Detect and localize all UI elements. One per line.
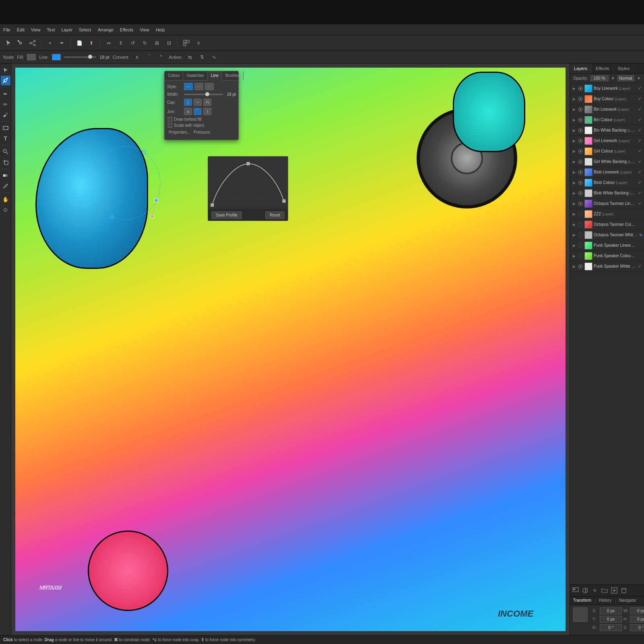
layer-punk-colour[interactable]: ▶ Punk Speaker Colour (La... ✓	[570, 251, 644, 261]
fill-swatch[interactable]	[27, 54, 36, 60]
node-tool[interactable]	[1, 76, 10, 85]
layer-expand-icon[interactable]: ▶	[572, 222, 576, 227]
width-slider[interactable]	[184, 94, 223, 95]
opacity-value[interactable]: 100 %	[590, 75, 609, 81]
convert-btn-2[interactable]: ⌒	[144, 53, 153, 62]
menu-arrange[interactable]: Arrange	[98, 27, 114, 32]
transform-tab[interactable]: Transform	[570, 597, 594, 605]
pressure-point-end[interactable]	[283, 200, 285, 202]
layer-visibility-icon[interactable]	[578, 180, 583, 186]
layer-check-icon[interactable]: ✓	[637, 201, 642, 206]
menu-view[interactable]: View	[31, 27, 41, 32]
join-round[interactable]: ⌒	[194, 108, 202, 115]
layer-boy-linework[interactable]: ▶ Boy Linework (Layer) ✓	[570, 83, 644, 94]
layer-octopus-colour[interactable]: ▶ Octopus Taxman Colour ✓	[570, 219, 644, 230]
layer-girl-white-backing[interactable]: ▶ Girl White Backing (Layer) ✓	[570, 157, 644, 167]
history-tab[interactable]: History	[596, 597, 615, 605]
toolbar-flip-h[interactable]: ⇔	[103, 38, 114, 48]
toolbar-place[interactable]: 📄	[74, 38, 85, 48]
move-tool[interactable]	[1, 65, 10, 75]
layer-visibility-icon[interactable]	[578, 232, 583, 238]
layer-girl-linework[interactable]: ▶ Girl Linework (Layer) ✓	[570, 136, 644, 146]
menu-select[interactable]: Select	[79, 27, 91, 32]
layer-check-icon[interactable]: ✓	[637, 107, 642, 112]
layer-visibility-icon[interactable]	[578, 243, 583, 248]
paint-brush-tool[interactable]: 🖌	[1, 110, 10, 120]
line-color-swatch[interactable]	[52, 54, 61, 60]
layer-visibility-icon[interactable]	[578, 107, 583, 112]
text-tool[interactable]: T	[1, 134, 10, 143]
layer-check-icon[interactable]: ✓	[637, 264, 642, 269]
layer-visibility-icon[interactable]	[578, 190, 583, 196]
pressure-point-start[interactable]	[211, 204, 214, 206]
join-bevel[interactable]: ⌇	[203, 108, 211, 115]
layer-expand-icon[interactable]: ▶	[572, 212, 576, 217]
hand-tool[interactable]: ✋	[1, 194, 10, 204]
layer-check-icon[interactable]: ✓	[637, 128, 642, 133]
r-input[interactable]	[600, 624, 622, 631]
layer-check-icon[interactable]: ✓	[637, 149, 642, 154]
layer-check-icon[interactable]: ✓	[637, 117, 642, 123]
layer-mask-button[interactable]	[581, 586, 589, 594]
draw-behind-fill-checkbox[interactable]	[168, 117, 172, 122]
layer-visibility-icon[interactable]	[578, 117, 583, 123]
toolbar-share[interactable]	[27, 38, 38, 48]
layer-girl-colour[interactable]: ▶ Girl Colour (Layer) ✓	[570, 146, 644, 157]
toolbar-align[interactable]: ≡	[193, 38, 204, 48]
rectangle-tool[interactable]	[1, 123, 10, 133]
toolbar-rotate-r[interactable]: ↻	[140, 38, 150, 48]
style-dashed[interactable]: - -	[194, 83, 203, 90]
layer-expand-icon[interactable]: ▶	[572, 149, 576, 154]
layer-check-icon[interactable]: ✓	[637, 96, 642, 102]
tab-brushes[interactable]: Brushes	[222, 71, 244, 80]
layer-bin-white-backing[interactable]: ▶ Bin White Backing (Layer) ✓	[570, 125, 644, 136]
layer-fx-button[interactable]: fx	[591, 586, 599, 594]
menu-file[interactable]: File	[3, 27, 10, 32]
pencil-tool[interactable]: ✏	[1, 99, 10, 109]
action-btn-2[interactable]: ⇅	[198, 53, 206, 62]
layer-expand-icon[interactable]: ▶	[572, 254, 576, 258]
layer-expand-icon[interactable]: ▶	[572, 97, 576, 101]
layer-visibility-icon[interactable]	[578, 96, 583, 102]
layer-expand-icon[interactable]: ▶	[572, 264, 576, 269]
menu-edit[interactable]: Edit	[17, 27, 25, 32]
x-input[interactable]	[600, 607, 622, 614]
tab-colour[interactable]: Colour	[165, 71, 183, 80]
tab-swatches[interactable]: Swatches	[183, 71, 207, 80]
scale-with-object-checkbox[interactable]	[168, 123, 172, 128]
layer-visibility-icon[interactable]	[578, 128, 583, 133]
s-input[interactable]	[630, 624, 644, 631]
layer-expand-icon[interactable]: ▶	[572, 86, 576, 91]
menu-help[interactable]: Help	[156, 27, 165, 32]
layer-check-icon[interactable]: ✓	[637, 169, 642, 175]
toolbar-flip-v[interactable]: ⇕	[116, 38, 126, 48]
layer-check-icon[interactable]: ✓	[637, 159, 642, 165]
toolbar-constraints[interactable]: ⌖	[45, 38, 55, 48]
menu-layer[interactable]: Layer	[62, 27, 73, 32]
layer-check-icon[interactable]: ✓	[637, 180, 642, 186]
tab-line[interactable]: Line	[208, 71, 222, 80]
crop-tool[interactable]	[1, 157, 10, 167]
layer-blob-colour[interactable]: ▶ Blob Colour (Layer) ✓	[570, 178, 644, 188]
layer-bin-linework[interactable]: ▶ Bin Linework (Layer) ✓	[570, 104, 644, 115]
layer-expand-icon[interactable]: ▶	[572, 191, 576, 196]
macro-tool[interactable]: ⊙	[1, 205, 10, 215]
layer-check-icon[interactable]: ✓	[637, 138, 642, 144]
layer-visibility-icon[interactable]	[578, 149, 583, 154]
action-btn-1[interactable]: ⇆	[186, 53, 194, 62]
blend-mode-select[interactable]: Normal	[617, 75, 635, 81]
layer-visibility-icon[interactable]	[578, 201, 583, 206]
layer-visibility-icon[interactable]	[578, 159, 583, 165]
style-dotted[interactable]: ···	[205, 83, 214, 90]
layer-visibility-icon[interactable]	[578, 138, 583, 144]
layer-expand-icon[interactable]: ▶	[572, 170, 576, 175]
toolbar-contract[interactable]: ⊟	[164, 38, 174, 48]
layer-delete-button[interactable]	[620, 586, 628, 594]
width-slider-thumb[interactable]	[205, 92, 209, 96]
layer-octopus-white[interactable]: ▶ Octopus Taxman White B fx	[570, 230, 644, 240]
toolbar-node[interactable]	[15, 38, 26, 48]
style-solid[interactable]: —	[184, 83, 193, 90]
layer-add-button[interactable]	[610, 586, 618, 594]
toolbar-rotate-l[interactable]: ↺	[128, 38, 138, 48]
pen-tool[interactable]: ✒	[1, 89, 10, 99]
